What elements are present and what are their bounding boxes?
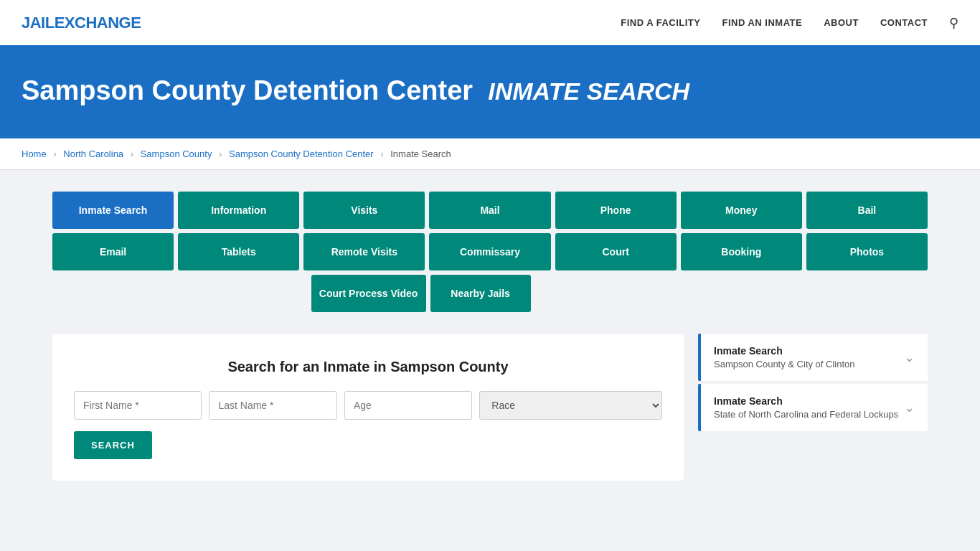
tab-photos[interactable]: Photos bbox=[806, 233, 928, 270]
breadcrumb: Home › North Carolina › Sampson County ›… bbox=[0, 138, 980, 170]
tab-information[interactable]: Information bbox=[178, 192, 299, 229]
sidebar-item-nc[interactable]: Inmate Search State of North Carolina an… bbox=[698, 384, 928, 431]
sidebar: Inmate Search Sampson County & City of C… bbox=[698, 334, 928, 434]
tab-email[interactable]: Email bbox=[52, 233, 174, 270]
tab-phone[interactable]: Phone bbox=[555, 192, 677, 229]
breadcrumb-facility[interactable]: Sampson County Detention Center bbox=[229, 149, 374, 159]
site-logo[interactable]: JAILEXCHANGE bbox=[22, 14, 141, 32]
sidebar-item-text: Inmate Search Sampson County & City of C… bbox=[714, 345, 855, 369]
tab-bail[interactable]: Bail bbox=[806, 192, 928, 229]
breadcrumb-current: Inmate Search bbox=[390, 149, 451, 159]
tab-booking[interactable]: Booking bbox=[681, 233, 802, 270]
nav-links: FIND A FACILITY FIND AN INMATE ABOUT CON… bbox=[621, 15, 958, 31]
nav-find-inmate[interactable]: FIND AN INMATE bbox=[722, 17, 802, 28]
breadcrumb-sep-3: › bbox=[219, 149, 222, 159]
race-select[interactable]: Race White Black Hispanic Asian Other bbox=[479, 391, 662, 420]
sidebar-item-nc-subtitle: State of North Carolina and Federal Lock… bbox=[714, 409, 898, 420]
navbar: JAILEXCHANGE FIND A FACILITY FIND AN INM… bbox=[0, 0, 980, 47]
age-input[interactable] bbox=[344, 391, 472, 420]
breadcrumb-nc[interactable]: North Carolina bbox=[63, 149, 123, 159]
sidebar-item-nc-title: Inmate Search bbox=[714, 395, 898, 407]
logo-jail: JAIL bbox=[22, 14, 55, 32]
search-fields: Race White Black Hispanic Asian Other bbox=[74, 391, 662, 420]
sidebar-item-sampson-title: Inmate Search bbox=[714, 345, 855, 357]
tab-tablets[interactable]: Tablets bbox=[178, 233, 299, 270]
breadcrumb-sep-2: › bbox=[131, 149, 133, 159]
page-title: Sampson County Detention Center INMATE S… bbox=[22, 75, 958, 106]
content-area: Search for an Inmate in Sampson County R… bbox=[52, 334, 928, 481]
nav-find-facility[interactable]: FIND A FACILITY bbox=[621, 17, 700, 28]
tab-money[interactable]: Money bbox=[681, 192, 802, 229]
tab-court-process-video[interactable]: Court Process Video bbox=[311, 275, 426, 312]
nav-contact[interactable]: CONTACT bbox=[880, 17, 928, 28]
tabs-row-1: Inmate Search Information Visits Mail Ph… bbox=[52, 192, 928, 229]
breadcrumb-sep-1: › bbox=[53, 149, 56, 159]
tabs-row-2: Email Tablets Remote Visits Commissary C… bbox=[52, 233, 928, 270]
main-content: Inmate Search Information Visits Mail Ph… bbox=[38, 170, 942, 502]
search-icon[interactable]: ⚲ bbox=[949, 15, 958, 31]
tab-commissary[interactable]: Commissary bbox=[429, 233, 550, 270]
sidebar-item-sampson[interactable]: Inmate Search Sampson County & City of C… bbox=[698, 334, 928, 381]
tab-mail[interactable]: Mail bbox=[429, 192, 550, 229]
tab-remote-visits[interactable]: Remote Visits bbox=[303, 233, 425, 270]
hero-section: Sampson County Detention Center INMATE S… bbox=[0, 47, 980, 138]
tab-court[interactable]: Court bbox=[555, 233, 677, 270]
tabs-row-3: Court Process Video Nearby Jails bbox=[52, 275, 928, 312]
first-name-input[interactable] bbox=[74, 391, 202, 420]
tab-inmate-search[interactable]: Inmate Search bbox=[52, 192, 174, 229]
breadcrumb-home[interactable]: Home bbox=[22, 149, 47, 159]
nav-about[interactable]: ABOUT bbox=[824, 17, 859, 28]
search-panel: Search for an Inmate in Sampson County R… bbox=[52, 334, 684, 481]
logo-exchange: EXCHANGE bbox=[55, 14, 141, 32]
breadcrumb-sep-4: › bbox=[380, 149, 383, 159]
last-name-input[interactable] bbox=[209, 391, 336, 420]
tab-nearby-jails[interactable]: Nearby Jails bbox=[430, 275, 531, 312]
sidebar-item-sampson-subtitle: Sampson County & City of Clinton bbox=[714, 359, 855, 369]
search-panel-title: Search for an Inmate in Sampson County bbox=[74, 359, 662, 375]
tab-visits[interactable]: Visits bbox=[303, 192, 425, 229]
chevron-down-icon: ⌄ bbox=[904, 349, 915, 365]
sidebar-item-nc-text: Inmate Search State of North Carolina an… bbox=[714, 395, 898, 420]
breadcrumb-county[interactable]: Sampson County bbox=[141, 149, 212, 159]
chevron-down-icon-2: ⌄ bbox=[904, 400, 915, 415]
search-button[interactable]: SEARCH bbox=[74, 431, 152, 459]
